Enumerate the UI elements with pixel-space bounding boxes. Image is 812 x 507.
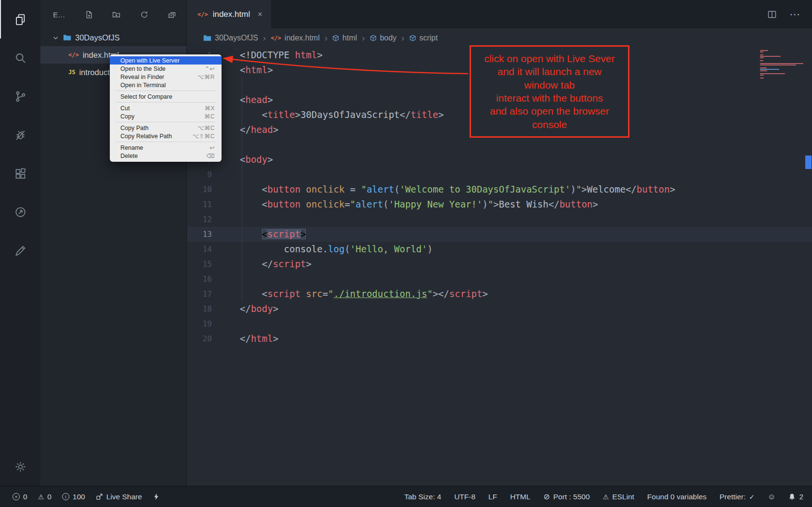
close-icon[interactable]: × [258, 10, 262, 19]
code-line-19[interactable]: 19 [187, 316, 812, 331]
refresh-icon[interactable] [140, 11, 148, 19]
circle-i-icon: i [62, 493, 69, 500]
menu-item-reveal-in-finder[interactable]: Reveal in Finder⌥⌘R [110, 73, 222, 81]
status-live-share[interactable]: Live Share [96, 493, 142, 501]
breadcrumb-item-html[interactable]: html [332, 34, 357, 42]
line-number: 12 [187, 212, 222, 227]
status-problems-errors[interactable]: ×0 [13, 493, 27, 501]
source-control-icon[interactable] [0, 77, 40, 116]
menu-item-cut[interactable]: Cut⌘X [110, 104, 222, 112]
annotation-line: interact with the buttons [496, 91, 603, 104]
status-variables[interactable]: Found 0 variables [647, 493, 707, 501]
line-number: 17 [187, 286, 222, 301]
status-problems-info[interactable]: i100 [62, 493, 85, 501]
breadcrumb-item-file[interactable]: </> index.html [271, 34, 320, 42]
menu-item-select-for-compare[interactable]: Select for Compare [110, 92, 222, 101]
status-prettier[interactable]: Prettier:✓ [720, 493, 755, 501]
line-content: </head> [222, 122, 278, 137]
more-actions-icon[interactable]: ⋯ [789, 8, 800, 21]
menu-item-open-in-terminal[interactable]: Open in Terminal [110, 81, 222, 89]
editor-actions: ⋯ [767, 0, 812, 28]
menu-separator [116, 91, 216, 91]
code-line-16[interactable]: 16 [187, 272, 812, 286]
code-line-9[interactable]: 9 [187, 167, 812, 182]
new-folder-icon[interactable] [112, 11, 120, 19]
status-problems-warnings[interactable]: ⚠0 [38, 493, 52, 501]
share-icon [96, 493, 103, 500]
split-editor-icon[interactable] [767, 10, 777, 19]
live-share-icon[interactable] [0, 193, 40, 231]
code-line-14[interactable]: 14 console.log('Hello, World') [187, 242, 812, 257]
menu-item-rename[interactable]: Rename↩ [110, 143, 222, 152]
menu-item-open-with-live-server[interactable]: Open with Live Server [110, 56, 222, 65]
menu-item-shortcut: ⌘C [204, 113, 215, 120]
status-eslint[interactable]: ⚠ESLint [603, 493, 634, 501]
breadcrumb-item-folder[interactable]: 30DaysOfJS [203, 34, 258, 42]
tree-item-root-folder[interactable]: 30DaysOfJS [40, 29, 186, 46]
html-file-icon: </> [197, 11, 208, 18]
code-line-11[interactable]: 11 <button onclick="alert('Happy New Yea… [187, 197, 812, 212]
line-content [222, 137, 240, 152]
line-number: 19 [187, 316, 222, 331]
minimap-line [760, 73, 785, 74]
status-problems-info-label: 100 [73, 493, 85, 501]
menu-item-copy-relative-path[interactable]: Copy Relative Path⌥⇧⌘C [110, 132, 222, 140]
status-tab-size[interactable]: Tab Size: 4 [404, 493, 441, 501]
breadcrumb-item-script[interactable]: script [409, 34, 438, 42]
status-feedback-smiley[interactable]: ☺ [768, 493, 775, 501]
status-live-server-port-label: Port : 5500 [553, 493, 590, 501]
code-line-18[interactable]: 18</body> [187, 301, 812, 316]
line-content [222, 212, 240, 227]
menu-item-delete[interactable]: Delete⌫ [110, 152, 222, 160]
code-line-10[interactable]: 10 <button onclick = "alert('Welcome to … [187, 182, 812, 197]
menu-separator [116, 122, 216, 122]
minimap-line [760, 52, 763, 52]
menu-item-open-to-the-side[interactable]: Open to the Side⌃↩ [110, 65, 222, 73]
settings-gear-icon[interactable] [0, 447, 40, 486]
status-eol-label: LF [488, 493, 497, 501]
line-content [222, 316, 240, 331]
collapse-folders-icon[interactable] [168, 11, 176, 19]
menu-item-copy[interactable]: Copy⌘C [110, 112, 222, 120]
breadcrumb-item-body[interactable]: body [370, 34, 397, 42]
symbol-cube-icon [332, 35, 339, 41]
status-tab-size-label: Tab Size: 4 [404, 493, 441, 501]
minimap[interactable] [760, 50, 804, 78]
menu-item-label: Reveal in Finder [120, 74, 197, 80]
explorer-icon[interactable] [0, 0, 40, 39]
new-file-icon[interactable] [85, 11, 93, 19]
breadcrumb-label: script [419, 34, 438, 42]
menu-item-label: Copy Relative Path [120, 133, 192, 140]
circle-slash-icon: ⊘ [543, 492, 550, 501]
line-content: <body> [222, 152, 273, 167]
extensions-icon[interactable] [0, 154, 40, 193]
line-content: <title>30DaysOfJavaScript</title> [222, 107, 444, 122]
code-line-13[interactable]: 13 <script> [187, 227, 812, 242]
tab-index-html[interactable]: </> index.html × [187, 0, 271, 28]
status-quick-action[interactable] [153, 493, 160, 500]
breadcrumb: 30DaysOfJS › </> index.html › html › bod… [187, 28, 812, 48]
status-language-mode[interactable]: HTML [510, 493, 530, 501]
line-content: <script src="./introduction.js"></script… [222, 286, 488, 301]
code-line-15[interactable]: 15 </script> [187, 257, 812, 272]
annotation-line: console [532, 118, 567, 131]
line-content: <!DOCTYPE html> [222, 48, 323, 63]
overview-ruler-marker [805, 156, 812, 169]
code-line-20[interactable]: 20</html> [187, 331, 812, 346]
run-and-debug-icon[interactable] [0, 116, 40, 154]
menu-item-label: Rename [120, 144, 210, 151]
status-live-server-port[interactable]: ⊘Port : 5500 [543, 492, 589, 501]
status-left: ×0⚠0i100Live Share [13, 493, 160, 501]
code-line-7[interactable]: 7 [187, 137, 812, 152]
feedback-pen-icon[interactable] [0, 231, 40, 270]
code-line-17[interactable]: 17 <script src="./introduction.js"></scr… [187, 286, 812, 301]
status-eol[interactable]: LF [488, 493, 497, 501]
code-line-12[interactable]: 12 [187, 212, 812, 227]
breadcrumb-separator: › [325, 33, 327, 43]
menu-item-copy-path[interactable]: Copy Path⌥⌘C [110, 124, 222, 132]
status-notifications-bell[interactable]: 2 [788, 493, 803, 501]
status-encoding[interactable]: UTF-8 [454, 493, 475, 501]
code-line-8[interactable]: 8<body> [187, 152, 812, 167]
line-content: </html> [222, 331, 278, 346]
search-icon[interactable] [0, 39, 40, 77]
